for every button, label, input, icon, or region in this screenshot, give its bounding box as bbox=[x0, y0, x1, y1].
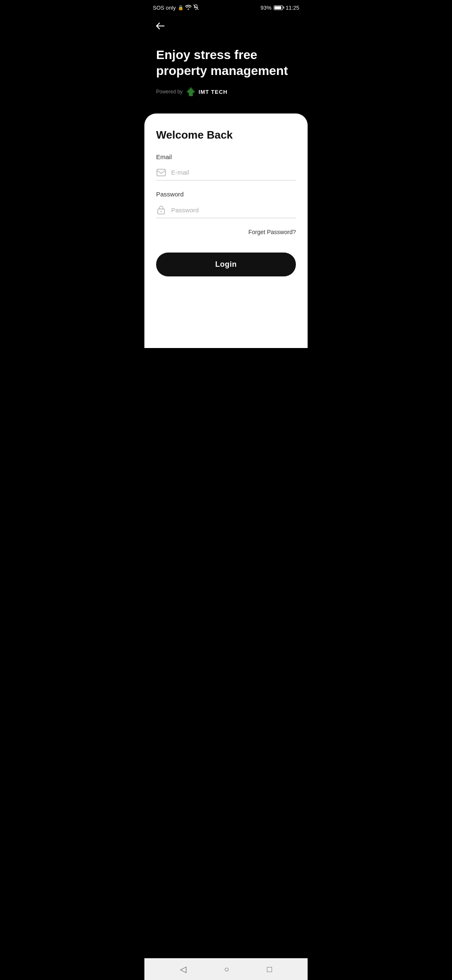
status-left: SOS only 🔒 bbox=[153, 4, 199, 11]
email-label: Email bbox=[156, 153, 296, 160]
forget-password-link[interactable]: Forget Password? bbox=[248, 229, 296, 235]
time: 11:25 bbox=[285, 5, 299, 11]
email-icon bbox=[156, 169, 166, 176]
status-icons: 🔒 bbox=[178, 4, 199, 11]
welcome-title: Welcome Back bbox=[156, 129, 296, 142]
sim-icon: 🔒 bbox=[178, 5, 184, 10]
silent-icon bbox=[193, 4, 199, 11]
email-input-wrapper bbox=[156, 165, 296, 181]
powered-by: Powered by IMT TECH bbox=[156, 87, 296, 97]
email-field-group: Email bbox=[156, 153, 296, 181]
brand-logo: IMT TECH bbox=[185, 87, 227, 97]
password-input-wrapper bbox=[156, 202, 296, 218]
svg-point-6 bbox=[161, 211, 162, 212]
password-input[interactable] bbox=[171, 206, 296, 214]
login-button[interactable]: Login bbox=[156, 253, 296, 276]
hero-section: Enjoy stress free property management Po… bbox=[144, 39, 308, 113]
password-field-group: Password bbox=[156, 191, 296, 218]
forget-password-area: Forget Password? bbox=[156, 228, 296, 236]
hero-title: Enjoy stress free property management bbox=[156, 47, 296, 78]
sos-text: SOS only bbox=[153, 5, 176, 11]
battery-percent: 93% bbox=[260, 5, 271, 11]
email-input[interactable] bbox=[171, 168, 296, 177]
wifi-icon bbox=[185, 5, 192, 10]
lock-icon bbox=[156, 205, 166, 214]
password-label: Password bbox=[156, 191, 296, 198]
brand-name: IMT TECH bbox=[198, 89, 227, 95]
powered-text: Powered by bbox=[156, 89, 182, 95]
svg-marker-3 bbox=[186, 87, 195, 96]
status-right: 93% 11:25 bbox=[260, 5, 299, 11]
battery-icon bbox=[274, 5, 283, 10]
login-card: Welcome Back Email Password bbox=[144, 113, 308, 348]
svg-rect-4 bbox=[157, 169, 165, 176]
back-area bbox=[144, 13, 308, 39]
back-button[interactable] bbox=[153, 18, 168, 34]
svg-line-0 bbox=[193, 5, 198, 10]
status-bar: SOS only 🔒 93% bbox=[144, 0, 308, 13]
